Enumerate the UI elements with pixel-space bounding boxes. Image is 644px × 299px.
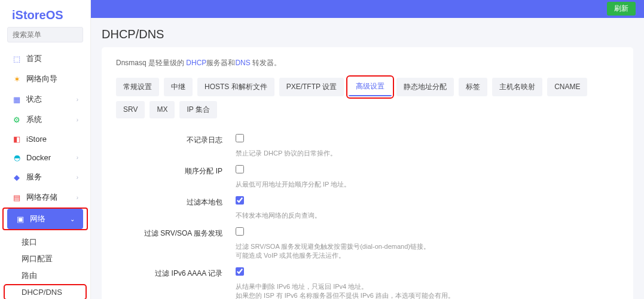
- nav-storage[interactable]: ▤网络存储›: [4, 187, 87, 208]
- row-filterv6: 过滤 IPv6 AAAA 记录 从结果中删除 IPv6 地址，只返回 IPv4 …: [116, 263, 619, 299]
- tab-advanced[interactable]: 高级设置: [349, 78, 392, 96]
- status-icon: ▦: [12, 95, 22, 104]
- nav-label: 首页: [26, 53, 42, 64]
- help-sequential: 从最低可用地址开始顺序分配 IP 地址。: [236, 180, 619, 189]
- app-layout: iStoreOS ⬚首页 ✶网络向导 ▦状态› ⚙系统› ◧iStore ◓Do…: [0, 0, 644, 299]
- subnav-portconfig[interactable]: 网口配置: [4, 251, 87, 267]
- help-filterv6-2: 如果您的 ISP 有 IPv6 名称服务器但不提供 IPv6 路由，本选项可能会…: [236, 291, 619, 299]
- dns-link[interactable]: DNS: [235, 59, 250, 67]
- row-filterlocal: 过滤本地包 不转发本地网络的反向查询。: [116, 191, 619, 222]
- row-nolog: 不记录日志 禁止记录 DHCP 协议的日常操作。: [116, 129, 619, 160]
- nav-label: 网络: [30, 213, 45, 224]
- tabs: 常规设置 中继 HOSTS 和解析文件 PXE/TFTP 设置 高级设置 静态地…: [116, 78, 619, 118]
- desc-text: 转发器。: [251, 59, 281, 67]
- dhcp-link[interactable]: DHCP: [186, 59, 206, 67]
- chevron-down-icon: ⌄: [70, 216, 75, 222]
- nav-status[interactable]: ▦状态›: [4, 89, 87, 109]
- nav-istore[interactable]: ◧iStore: [4, 130, 87, 148]
- tab-pxe[interactable]: PXE/TFTP 设置: [279, 78, 344, 96]
- chevron-right-icon: ›: [77, 174, 78, 181]
- ctrl: 从最低可用地址开始顺序分配 IP 地址。: [236, 165, 619, 189]
- nav-wizard[interactable]: ✶网络向导: [4, 69, 87, 89]
- sidebar: iStoreOS ⬚首页 ✶网络向导 ▦状态› ⚙系统› ◧iStore ◓Do…: [0, 0, 91, 299]
- nav-label: 状态: [26, 94, 42, 105]
- help-nolog: 禁止记录 DHCP 协议的日常操作。: [236, 149, 619, 158]
- tab-general[interactable]: 常规设置: [116, 78, 159, 96]
- highlight-network: ▣网络⌄: [2, 208, 88, 230]
- label-filterv6: 过滤 IPv6 AAAA 记录: [116, 267, 236, 279]
- help-filterv6-1: 从结果中删除 IPv6 地址，只返回 IPv4 地址。: [236, 282, 619, 291]
- nav-label: 网络存储: [26, 192, 57, 203]
- desc-text: 服务器和: [206, 59, 235, 67]
- istore-icon: ◧: [12, 135, 22, 144]
- tab-relay[interactable]: 中继: [164, 78, 193, 96]
- ctrl: 禁止记录 DHCP 协议的日常操作。: [236, 134, 619, 158]
- ctrl: 过滤 SRV/SOA 服务发现避免触发按需拨号(dial-on-demand)链…: [236, 227, 619, 260]
- nav-network[interactable]: ▣网络⌄: [7, 209, 83, 229]
- label-filtersrv: 过滤 SRV/SOA 服务发现: [116, 227, 236, 239]
- topbar: 刷新: [91, 0, 644, 18]
- chevron-right-icon: ›: [77, 117, 78, 123]
- tab-mx[interactable]: MX: [149, 101, 175, 118]
- tab-hosts[interactable]: HOSTS 和解析文件: [197, 78, 274, 96]
- services-icon: ◆: [12, 173, 22, 182]
- help-filtersrv-1: 过滤 SRV/SOA 服务发现避免触发按需拨号(dial-on-demand)链…: [236, 242, 619, 251]
- nav-system[interactable]: ⚙系统›: [4, 109, 87, 130]
- subnav-dhcpdns[interactable]: DHCP/DNS: [4, 284, 87, 299]
- label-filterlocal: 过滤本地包: [116, 196, 236, 208]
- ctrl: 不转发本地网络的反向查询。: [236, 196, 619, 220]
- checkbox-filterv6[interactable]: [236, 267, 244, 276]
- chevron-right-icon: ›: [77, 194, 78, 201]
- search-input[interactable]: [7, 27, 83, 42]
- nav-home[interactable]: ⬚首页: [4, 48, 87, 69]
- checkbox-filtersrv[interactable]: [236, 227, 244, 236]
- chevron-right-icon: ›: [77, 96, 78, 103]
- checkbox-sequential[interactable]: [236, 165, 244, 173]
- subnav-network: 接口 网口配置 路由 DHCP/DNS 网络诊断 防火墙 应用过滤 多线多拨: [0, 231, 90, 299]
- refresh-button[interactable]: 刷新: [607, 2, 636, 16]
- label-sequential: 顺序分配 IP: [116, 165, 236, 176]
- checkbox-filterlocal[interactable]: [236, 196, 244, 205]
- card: Dnsmasq 是轻量级的 DHCP服务器和DNS 转发器。 常规设置 中继 H…: [102, 47, 633, 299]
- tab-hostnames[interactable]: 主机名映射: [492, 78, 542, 96]
- nav-label: iStore: [26, 135, 47, 144]
- main: 刷新 DHCP/DNS Dnsmasq 是轻量级的 DHCP服务器和DNS 转发…: [91, 0, 644, 299]
- checkbox-nolog[interactable]: [236, 134, 244, 142]
- tab-ipset[interactable]: IP 集合: [179, 101, 216, 118]
- page: DHCP/DNS Dnsmasq 是轻量级的 DHCP服务器和DNS 转发器。 …: [91, 18, 644, 299]
- wizard-icon: ✶: [12, 75, 22, 84]
- tab-srv[interactable]: SRV: [116, 101, 145, 118]
- nav-label: Docker: [26, 153, 51, 162]
- nav-docker[interactable]: ◓Docker›: [4, 148, 87, 167]
- help-filtersrv-2: 可能造成 VoIP 或其他服务无法运作。: [236, 251, 619, 260]
- tab-cname[interactable]: CNAME: [547, 78, 587, 96]
- system-icon: ⚙: [12, 115, 22, 124]
- subnav-route[interactable]: 路由: [4, 267, 87, 284]
- docker-icon: ◓: [12, 153, 22, 162]
- nav-label: 服务: [26, 172, 42, 182]
- brand-logo: iStoreOS: [0, 0, 90, 27]
- row-filtersrv: 过滤 SRV/SOA 服务发现 过滤 SRV/SOA 服务发现避免触发按需拨号(…: [116, 222, 619, 263]
- nav-label: 网络向导: [26, 74, 57, 84]
- home-icon: ⬚: [12, 54, 22, 63]
- ctrl: 从结果中删除 IPv6 地址，只返回 IPv4 地址。 如果您的 ISP 有 I…: [236, 267, 619, 299]
- row-sequential: 顺序分配 IP 从最低可用地址开始顺序分配 IP 地址。: [116, 160, 619, 191]
- tab-static[interactable]: 静态地址分配: [396, 78, 454, 96]
- help-filterlocal: 不转发本地网络的反向查询。: [236, 211, 619, 220]
- page-title: DHCP/DNS: [102, 18, 633, 47]
- nav-label: 系统: [26, 114, 42, 125]
- chevron-right-icon: ›: [77, 154, 78, 161]
- network-icon: ▣: [16, 215, 25, 224]
- label-nolog: 不记录日志: [116, 134, 236, 145]
- nav-services[interactable]: ◆服务›: [4, 167, 87, 187]
- storage-icon: ▤: [12, 193, 22, 202]
- search-wrap: [0, 27, 90, 48]
- tab-tags[interactable]: 标签: [459, 78, 487, 96]
- nav: ⬚首页 ✶网络向导 ▦状态› ⚙系统› ◧iStore ◓Docker› ◆服务…: [0, 48, 90, 299]
- page-description: Dnsmasq 是轻量级的 DHCP服务器和DNS 转发器。: [116, 58, 619, 68]
- desc-text: Dnsmasq 是轻量级的: [116, 59, 186, 67]
- subnav-interfaces[interactable]: 接口: [4, 234, 87, 251]
